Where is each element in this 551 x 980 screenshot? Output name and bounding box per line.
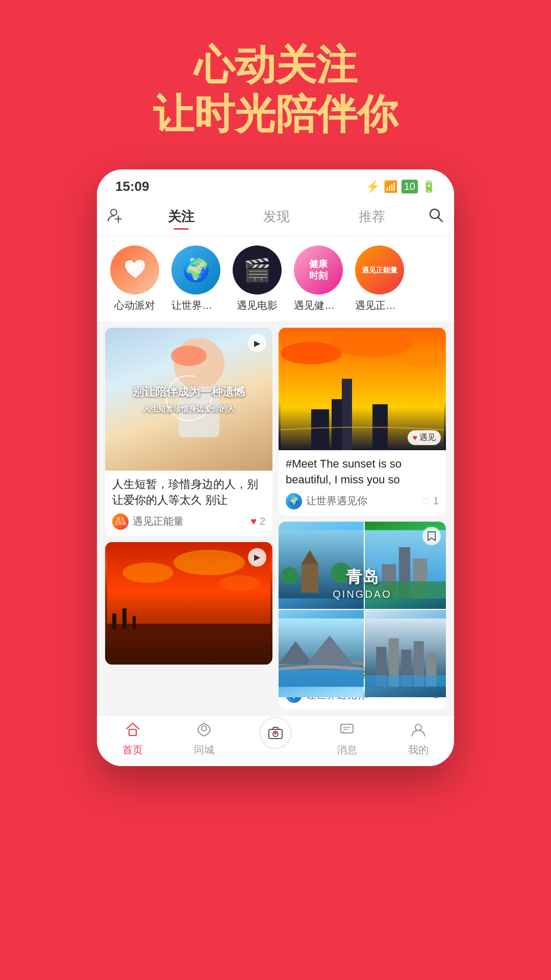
svg-point-28 [282,567,298,584]
hero-line2: 让时光陪伴你 [153,90,398,139]
svg-rect-46 [129,729,136,736]
card-sunset-body: #Meet The sunset is so beautiful, I miss… [279,450,446,516]
meet-badge: ♥ 遇见 [408,430,441,445]
story-circle-positive: 遇见正能量 [355,246,404,295]
svg-rect-26 [302,564,318,593]
svg-point-7 [171,346,207,366]
card-child-image: ▶ 别让陪伴成为一种遗憾 人生短暂珍惜身边爱你的人 [105,328,272,471]
story-circle-world: 🌍 [171,246,220,295]
card-sunset-author: 🌍 让世界遇见你 [286,493,367,509]
svg-rect-13 [107,624,270,665]
home-label: 首页 [122,743,143,757]
status-time: 15:09 [115,179,149,194]
story-item-health[interactable]: 健康时刻 遇见健康... [293,246,344,312]
card-sunset-title: #Meet The sunset is so beautiful, I miss… [286,456,439,488]
profile-label: 我的 [408,743,429,757]
story-row: 心动派对 🌍 让世界遇... 🎬 遇见电影 健康时刻 遇见健康... [97,236,454,322]
card-sunset-likes: ♡ 1 [421,495,439,507]
svg-point-0 [111,209,117,215]
card-sunset-image: ♥ 遇见 [279,328,446,450]
story-label-health: 遇见健康... [294,299,343,312]
svg-line-4 [438,217,442,222]
story-label-movie: 遇见电影 [237,299,278,312]
svg-rect-23 [311,409,329,450]
story-item-positive[interactable]: 遇见正能量 遇见正能量 [354,246,405,312]
card-sunset-city[interactable]: ♥ 遇见 #Meet The sunset is so beautiful, I… [279,328,446,516]
author-name-world1: 让世界遇见你 [306,494,367,508]
story-item-world[interactable]: 🌍 让世界遇... [170,246,221,312]
card-child-title: 人生短暂，珍惜身边的人，别让爱你的人等太久 别让 [112,477,265,508]
battery-level: 10 [402,180,418,193]
bottom-nav-camera[interactable] [240,722,311,757]
card-redfield-image: ▶ [105,542,272,665]
card-city-collage[interactable]: 青岛 QINGDAO 《国家地理》没有骗我，这8个滨海城市巨美 😊 哈喽 [279,522,446,709]
camera-button[interactable] [259,717,292,749]
location-icon [196,722,212,741]
story-item-heartparty[interactable]: 心动派对 [109,246,160,312]
svg-point-10 [122,562,173,583]
card-child-likes: ♥ 2 [251,516,265,527]
svg-point-12 [219,575,260,591]
svg-point-19 [332,329,413,357]
bottom-nav-nearby[interactable]: 同城 [168,722,240,757]
search-icon[interactable] [428,207,444,227]
card-child-footer: 遇见正能量 遇见正能量 ♥ 2 [112,513,265,530]
wifi-icon: 📶 [384,180,397,193]
message-icon [339,722,355,741]
home-icon [125,722,140,741]
svg-rect-36 [279,669,364,686]
navigation-tabs: 关注 发现 推荐 [97,200,454,236]
card-sunset-footer: 🌍 让世界遇见你 ♡ 1 [286,493,439,509]
card-child-like-count: 2 [260,516,265,527]
bottom-navigation: 首页 同城 [97,715,454,766]
bottom-nav-profile[interactable]: 我的 [383,722,454,757]
card-child-overlay-sub: 人生短暂珍惜身边爱你的人 [113,403,264,414]
hero-section: 心动关注 让时光陪伴你 [153,41,398,139]
story-circle-heartparty [110,246,159,295]
story-label-heartparty: 心动派对 [114,299,155,312]
bottom-nav-home[interactable]: 首页 [97,722,168,757]
nearby-label: 同城 [194,743,214,757]
card-child-body: 人生短暂，珍惜身边的人，别让爱你的人等太久 别让 遇见正能量 遇见正能量 ♥ 2 [105,471,272,536]
svg-rect-14 [112,614,116,629]
content-col-right: ♥ 遇见 #Meet The sunset is so beautiful, I… [279,328,446,709]
svg-point-53 [415,724,421,730]
like-icon-outline1: ♡ [421,495,430,507]
svg-rect-50 [341,724,353,733]
card-redfield-video[interactable]: ▶ [105,542,272,665]
card-child-video[interactable]: ▶ 别让陪伴成为一种遗憾 人生短暂珍惜身边爱你的人 人生短暂，珍惜身边的人，别让… [105,328,272,536]
story-circle-health: 健康时刻 [294,246,343,295]
svg-point-47 [202,726,207,731]
svg-rect-15 [122,608,127,629]
card-city-image: 青岛 QINGDAO [279,522,446,644]
author-avatar-positive: 遇见正能量 [112,513,129,530]
svg-point-11 [173,550,245,575]
svg-rect-34 [365,581,446,598]
story-label-positive: 遇见正能量 [355,299,404,312]
play-button-redfield[interactable]: ▶ [248,548,266,567]
hero-line1: 心动关注 [153,41,398,90]
content-grid: ▶ 别让陪伴成为一种遗憾 人生短暂珍惜身边爱你的人 人生短暂，珍惜身边的人，别让… [97,322,454,715]
messages-label: 消息 [337,743,357,757]
like-icon-filled: ♥ [251,516,257,527]
tab-discover[interactable]: 发现 [229,204,324,230]
author-avatar-world: 🌍 [286,493,302,509]
play-button[interactable]: ▶ [248,334,266,352]
author-name-positive: 遇见正能量 [133,514,184,528]
bluetooth-icon: ⚡ [366,180,380,193]
card-child-author: 遇见正能量 遇见正能量 [112,513,184,530]
tab-recommend[interactable]: 推荐 [324,204,419,230]
phone-mockup: 15:09 ⚡ 📶 10 🔋 关注 发现 推荐 [97,169,454,766]
battery-icon: 🔋 [422,180,436,193]
bottom-nav-messages[interactable]: 消息 [311,722,383,757]
story-label-world: 让世界遇... [171,299,220,312]
svg-rect-25 [279,530,364,598]
svg-rect-16 [133,616,136,629]
status-icons: ⚡ 📶 10 🔋 [366,180,436,193]
tab-follow[interactable]: 关注 [134,204,229,230]
svg-rect-22 [342,379,352,450]
story-item-movie[interactable]: 🎬 遇见电影 [232,246,283,312]
profile-icon [411,722,426,741]
svg-rect-45 [365,675,446,687]
profile-add-icon[interactable] [107,207,123,227]
